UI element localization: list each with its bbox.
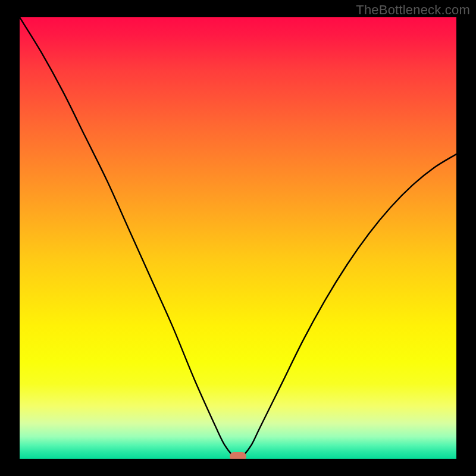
optimal-point-marker: [230, 452, 246, 459]
curve-path: [20, 17, 456, 459]
plot-area: [20, 17, 456, 459]
bottleneck-curve: [20, 17, 456, 459]
chart-frame: TheBottleneck.com: [0, 0, 476, 476]
watermark-text: TheBottleneck.com: [356, 2, 470, 18]
